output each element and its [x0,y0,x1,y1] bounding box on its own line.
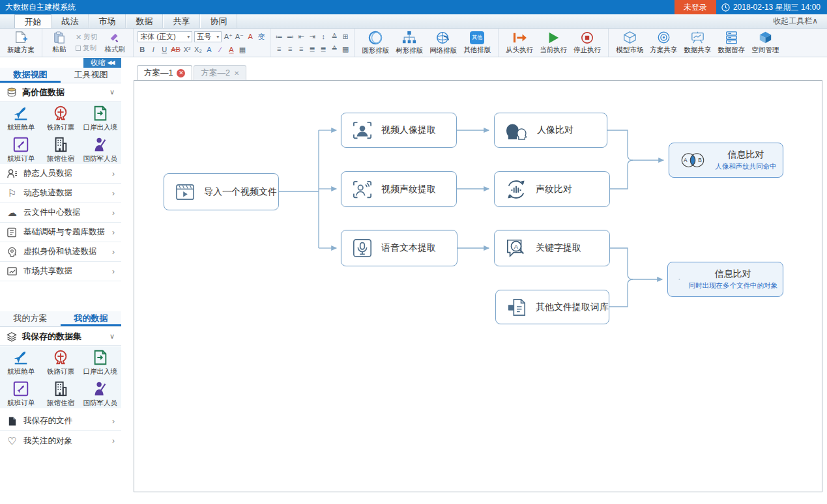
node-info-compare-1[interactable]: A B 信息比对 人像和声纹共同命中 [669,143,783,178]
menu-tab-data[interactable]: 数据 [126,14,163,28]
increase-indent-button[interactable]: ⇥ [308,31,317,42]
paste-button[interactable]: 粘贴 [46,29,72,57]
tab-my-data[interactable]: 我的数据 [61,311,121,326]
align-center-button[interactable]: ≡ [285,44,295,54]
menu-tab-tactics[interactable]: 战法 [51,14,89,28]
table-button[interactable]: ⊞ [341,31,350,42]
category-market-shared-data[interactable]: 市场共享数据› [0,262,121,281]
grow-font-button[interactable]: A⁺ [224,31,233,42]
dataset-rail-ticket[interactable]: 铁路订票 [41,105,81,132]
plan-share-button[interactable]: 方案共享 [646,29,680,57]
space-manage-button[interactable]: 空间管理 [748,29,782,57]
dataset-flight-manifest[interactable]: 航班舱单 [1,349,41,376]
menu-tab-market[interactable]: 市场 [89,14,126,28]
menu-tab-start[interactable]: 开始 [14,14,51,28]
sidebar-collapse-button[interactable]: 收缩◀◀ [83,58,121,68]
dataset-hotel-stay[interactable]: 旅馆住宿 [41,380,81,408]
sort-button[interactable]: ≙ [330,31,339,42]
dataset-rail-ticket[interactable]: 铁路订票 [41,349,81,376]
node-import-video[interactable]: 导入一个视频文件 [164,173,279,210]
distribute-button[interactable]: ≣ [319,44,328,54]
run-current-button[interactable]: 当前执行 [536,29,570,57]
other-layout-button[interactable]: 其他 其他排版 [460,29,494,57]
copy-button[interactable]: 复制 [76,44,97,53]
node-face-extract[interactable]: 视频人像提取 [341,113,457,148]
new-plan-button[interactable]: 新建方案 [4,29,38,57]
char-border-button[interactable]: ▦ [238,44,247,55]
font-family-select[interactable]: 宋体 (正文)▾ [138,31,192,42]
dataset-border-entry-exit[interactable]: 口岸出入境 [80,105,120,132]
highlight-button[interactable]: ∕ [216,44,225,55]
font-effects-button[interactable]: A [205,44,214,55]
plan-tab-1[interactable]: 方案—1 ✕ [137,65,192,80]
node-other-files-lexicon[interactable]: 其他文件提取词库 [495,290,609,324]
data-share-button[interactable]: 数据共享 [680,29,714,57]
number-list-button[interactable]: ≕ [285,31,295,42]
font-size-select[interactable]: 五号▾ [194,31,222,42]
network-layout-icon [435,31,451,45]
align-left-button[interactable]: ≡ [274,44,283,54]
node-voiceprint-extract[interactable]: 视频声纹提取 [341,171,457,207]
underline-button[interactable]: U [160,44,169,55]
plan-tab-2[interactable]: 方案—2 ✕ [194,65,246,80]
model-market-button[interactable]: 模型市场 [613,29,646,57]
change-case-button[interactable]: 变 [257,31,266,42]
tab-tool-view[interactable]: 工具视图 [61,68,121,83]
data-retention-button[interactable]: 数据留存 [714,29,748,57]
node-voiceprint-compare[interactable]: 声纹比对 [494,171,610,207]
menu-tab-share[interactable]: 共享 [163,14,200,28]
row-my-saved-files[interactable]: 我保存的文件› [0,412,121,431]
stop-run-button[interactable]: 停止执行 [570,29,604,57]
line-spacing-button[interactable]: ≙ [330,44,339,54]
high-value-data-header[interactable]: 高价值数据 ∨ [0,83,121,102]
row-my-followed-objects[interactable]: ♡ 我关注的对象› [0,431,121,451]
align-right-button[interactable]: ≡ [297,44,306,54]
close-tab-icon[interactable]: ✕ [177,69,185,77]
format-painter-button[interactable]: 格式刷 [100,29,129,57]
saved-dataset-header[interactable]: 我保存的数据集 ∨ [0,328,121,346]
text-direction-button[interactable]: ↕ [319,31,328,42]
subscript-button[interactable]: X₂ [194,44,203,55]
dataset-military-personnel[interactable]: 国防军人员 [80,136,120,163]
decrease-indent-button[interactable]: ⇤ [297,31,306,42]
dataset-hotel-stay[interactable]: 旅馆住宿 [41,136,81,163]
node-info-compare-2[interactable]: A B 信息比对 同时出现在多个文件中的对象 [667,262,783,297]
bold-button[interactable]: B [138,44,147,55]
circle-layout-button[interactable]: 圆形排版 [358,29,392,57]
collapse-toolbar-button[interactable]: 收起工具栏∧ [773,14,827,28]
dataset-military-personnel[interactable]: 国防军人员 [80,380,120,408]
dataset-flight-order[interactable]: 航班订单 [1,380,41,408]
dataset-flight-order[interactable]: 航班订单 [1,136,41,163]
login-status-badge[interactable]: 未登录 [675,0,716,14]
shrink-font-button[interactable]: A⁻ [235,31,244,42]
node-speech-text-extract[interactable]: 语音文本提取 [341,230,457,266]
tab-data-view[interactable]: 数据视图 [0,68,61,83]
tab-my-plans[interactable]: 我的方案 [0,311,61,326]
dataset-flight-manifest[interactable]: 航班舱单 [1,105,41,132]
run-from-start-button[interactable]: 从头执行 [502,29,536,57]
italic-button[interactable]: I [149,44,158,55]
category-virtual-identity-data[interactable]: 虚拟身份和轨迹数据› [0,242,121,262]
dataset-border-entry-exit[interactable]: 口岸出入境 [80,349,120,376]
cut-button[interactable]: ✕剪切 [76,33,97,42]
close-tab-icon[interactable]: ✕ [234,70,239,77]
menu-tab-collab[interactable]: 协同 [200,14,237,28]
tree-layout-button[interactable]: 树形排版 [392,29,426,57]
flow-canvas[interactable]: 导入一个视频文件 视频人像提取 人像比对 视频声纹提取 声纹比对 语音文本提取 … [134,80,822,492]
bullet-list-button[interactable]: ≔ [274,31,283,42]
superscript-button[interactable]: X² [182,44,192,55]
space-manage-icon [758,31,773,44]
microphone-icon [352,238,373,259]
justify-button[interactable]: ≣ [308,44,317,54]
char-color-button[interactable]: A [246,31,255,42]
category-static-person-data[interactable]: 静态人员数据› [0,164,121,184]
node-face-compare[interactable]: 人像比对 [494,113,607,148]
category-research-library-data[interactable]: 基础调研与专题库数据› [0,223,121,242]
font-color-button[interactable]: A [227,44,236,55]
network-layout-button[interactable]: 网络排版 [426,29,460,57]
shading-button[interactable]: ▦ [341,44,350,54]
node-keyword-extract[interactable]: A 关键字提取 [494,230,610,266]
strikethrough-button[interactable]: AB [171,44,181,55]
category-dynamic-track-data[interactable]: ⚐ 动态轨迹数据› [0,184,121,203]
category-cloud-file-data[interactable]: ☁ 云文件中心数据› [0,203,121,223]
